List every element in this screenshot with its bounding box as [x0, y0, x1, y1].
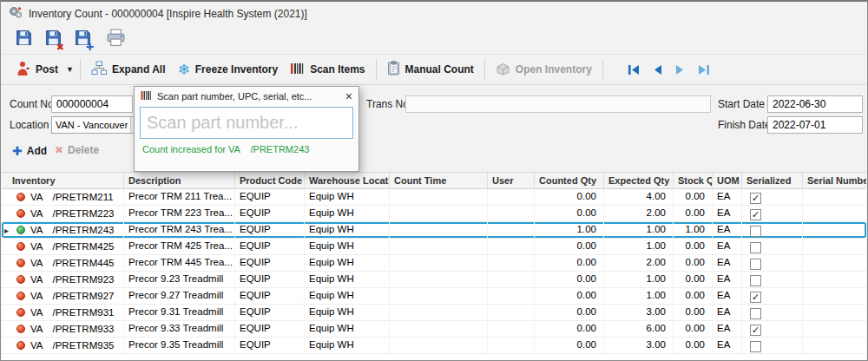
count-time-cell[interactable]	[390, 338, 488, 353]
table-row[interactable]: VA /PRETRM935 Precor 9.35 Treadmill EQUI…	[2, 338, 866, 354]
expected-qty-cell[interactable]: 3.00	[604, 338, 674, 353]
warehouse-location-cell[interactable]: Equip WH	[305, 255, 390, 271]
uom-cell[interactable]: EA	[713, 321, 742, 337]
serial-number-cell[interactable]	[803, 288, 866, 304]
inventory-cell[interactable]: VA /PRETRM935	[2, 338, 124, 353]
column-header-inventory[interactable]: Inventory	[2, 173, 124, 188]
description-cell[interactable]: Precor 9.23 Treadmill	[124, 272, 235, 287]
table-row[interactable]: ▸ VA /PRETRM243 Precor TRM 243 Trea... E…	[2, 222, 866, 239]
first-record-button[interactable]	[627, 63, 641, 76]
column-header-serialized[interactable]: Serialized	[742, 173, 803, 188]
close-icon[interactable]: ×	[345, 90, 352, 102]
freeze-inventory-button[interactable]: ❄ Freeze Inventory	[172, 59, 285, 81]
serialized-cell[interactable]	[742, 222, 803, 238]
serialized-cell[interactable]	[742, 255, 803, 271]
serialized-cell[interactable]	[742, 305, 803, 320]
serial-number-cell[interactable]	[803, 222, 866, 238]
table-row[interactable]: VA /PRETRM445 Precor TRM 445 Trea... EQU…	[2, 255, 866, 272]
product-code-cell[interactable]: EQUIP	[235, 272, 305, 287]
serial-number-cell[interactable]	[803, 338, 866, 353]
user-cell[interactable]	[488, 206, 535, 221]
user-cell[interactable]	[488, 338, 535, 353]
uom-cell[interactable]: EA	[713, 189, 742, 205]
counted-qty-cell[interactable]: 0.00	[535, 239, 604, 254]
column-header-uom[interactable]: UOM	[713, 173, 742, 188]
last-record-button[interactable]	[697, 63, 711, 76]
inventory-cell[interactable]: VA /PRETRM927	[2, 288, 124, 304]
serialized-checkbox[interactable]	[750, 308, 761, 319]
expected-qty-cell[interactable]: 6.00	[604, 321, 674, 337]
table-row[interactable]: VA /PRETRM927 Precor 9.27 Treadmill EQUI…	[2, 288, 866, 305]
count-time-cell[interactable]	[390, 272, 488, 287]
serialized-checkbox[interactable]	[750, 226, 761, 237]
product-code-cell[interactable]: EQUIP	[235, 206, 305, 221]
table-row[interactable]: VA /PRETRM931 Precor 9.31 Treadmill EQUI…	[2, 305, 866, 321]
description-cell[interactable]: Precor TRM 211 Trea...	[124, 189, 235, 205]
expected-qty-cell[interactable]: 2.00	[604, 255, 674, 271]
expected-qty-cell[interactable]: 1.00	[604, 222, 674, 238]
inventory-cell[interactable]: VA /PRETRM211	[2, 189, 124, 205]
table-row[interactable]: VA /PRETRM211 Precor TRM 211 Trea... EQU…	[2, 189, 866, 206]
serialized-cell[interactable]	[742, 288, 803, 304]
count-time-cell[interactable]	[390, 321, 488, 337]
serial-number-cell[interactable]	[803, 255, 866, 271]
manual-count-button[interactable]: Manual Count	[381, 57, 480, 82]
product-code-cell[interactable]: EQUIP	[235, 189, 305, 205]
count-time-cell[interactable]	[390, 189, 488, 205]
stock-qty-cell[interactable]: 0.00	[674, 206, 713, 221]
count-no-field[interactable]: 000000004	[51, 95, 133, 113]
serialized-checkbox[interactable]	[750, 193, 761, 204]
inventory-cell[interactable]: VA /PRETRM425	[2, 239, 124, 254]
warehouse-location-cell[interactable]: Equip WH	[305, 321, 390, 337]
column-header-warehouse-location[interactable]: Warehouse Location	[305, 173, 390, 188]
uom-cell[interactable]: EA	[713, 222, 742, 238]
column-header-user[interactable]: User	[488, 173, 535, 188]
column-header-serial-number[interactable]: Serial Number	[803, 173, 866, 188]
column-header-count-time[interactable]: Count Time	[390, 173, 488, 188]
serial-number-cell[interactable]	[803, 189, 866, 205]
serial-number-cell[interactable]	[803, 206, 866, 221]
user-cell[interactable]	[488, 305, 535, 320]
serialized-cell[interactable]	[742, 189, 803, 205]
inventory-cell[interactable]: VA /PRETRM931	[2, 305, 124, 320]
column-header-product-code[interactable]: Product Code	[235, 173, 305, 188]
user-cell[interactable]	[488, 255, 535, 271]
serial-number-cell[interactable]	[803, 272, 866, 287]
serialized-checkbox[interactable]	[750, 325, 761, 336]
previous-record-button[interactable]	[652, 63, 663, 76]
description-cell[interactable]: Precor 9.27 Treadmill	[124, 288, 235, 304]
column-header-stock-qty[interactable]: Stock Qty	[674, 173, 713, 188]
description-cell[interactable]: Precor 9.31 Treadmill	[124, 305, 235, 320]
count-time-cell[interactable]	[390, 222, 488, 238]
description-cell[interactable]: Precor 9.33 Treadmill	[124, 321, 235, 337]
serialized-checkbox[interactable]	[750, 259, 761, 270]
description-cell[interactable]: Precor TRM 425 Trea...	[124, 239, 235, 254]
product-code-cell[interactable]: EQUIP	[235, 338, 305, 353]
warehouse-location-cell[interactable]: Equip WH	[305, 305, 390, 320]
user-cell[interactable]	[488, 321, 535, 337]
counted-qty-cell[interactable]: 0.00	[535, 255, 604, 271]
post-dropdown-arrow[interactable]: ▼	[64, 62, 76, 77]
warehouse-location-cell[interactable]: Equip WH	[305, 272, 390, 287]
table-row[interactable]: VA /PRETRM923 Precor 9.23 Treadmill EQUI…	[2, 272, 866, 288]
warehouse-location-cell[interactable]: Equip WH	[305, 222, 390, 238]
serial-number-cell[interactable]	[803, 305, 866, 320]
user-cell[interactable]	[488, 222, 535, 238]
uom-cell[interactable]: EA	[713, 255, 742, 271]
counted-qty-cell[interactable]: 0.00	[535, 338, 604, 353]
serial-number-cell[interactable]	[803, 321, 866, 337]
serialized-cell[interactable]	[742, 239, 803, 254]
serialized-cell[interactable]	[742, 206, 803, 221]
serialized-checkbox[interactable]	[750, 341, 761, 352]
user-cell[interactable]	[488, 288, 535, 304]
uom-cell[interactable]: EA	[713, 272, 742, 287]
stock-qty-cell[interactable]: 0.00	[674, 239, 713, 254]
user-cell[interactable]	[488, 239, 535, 254]
stock-qty-cell[interactable]: 0.00	[674, 321, 713, 337]
stock-qty-cell[interactable]: 0.00	[674, 255, 713, 271]
product-code-cell[interactable]: EQUIP	[235, 288, 305, 304]
uom-cell[interactable]: EA	[713, 338, 742, 353]
counted-qty-cell[interactable]: 0.00	[535, 321, 604, 337]
expected-qty-cell[interactable]: 2.00	[604, 206, 674, 221]
column-header-description[interactable]: Description	[124, 173, 235, 188]
